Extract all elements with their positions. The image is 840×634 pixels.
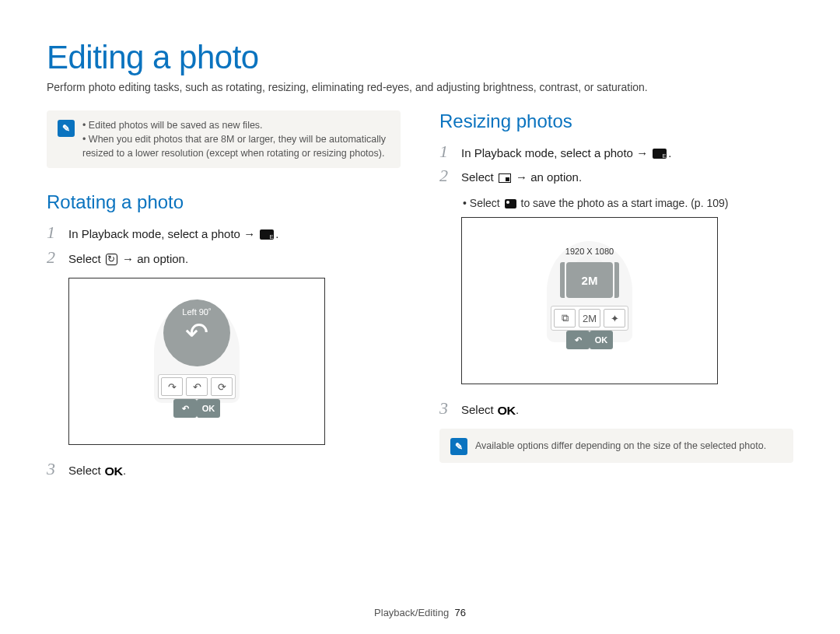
step-text: Select → an option.: [461, 170, 582, 185]
note-list: Edited photos will be saved as new files…: [82, 118, 390, 160]
rotate-steps: 1 In Playback mode, select a photo → . 2…: [47, 224, 401, 267]
intro-text: Perform photo editing tasks, such as rot…: [47, 81, 793, 93]
step-number: 2: [439, 167, 453, 184]
note-item: When you edit photos that are 8M or larg…: [82, 132, 390, 160]
step-text-part: Select: [461, 170, 494, 184]
ok-glyph: OK: [497, 404, 515, 419]
rotate-screen: Left 90˚ ↶ ↷ ↶ ⟳ ↶ OK: [68, 278, 325, 445]
ok-button[interactable]: OK: [197, 399, 220, 418]
step-number: 3: [439, 400, 453, 417]
resize-steps-cont: 3 Select OK.: [439, 400, 793, 419]
rotate-left-button[interactable]: ↶: [186, 377, 208, 396]
section-heading-rotate: Rotating a photo: [47, 191, 401, 213]
step-text-part: .: [668, 146, 671, 159]
left-column: Edited photos will be saved as new files…: [47, 110, 401, 490]
resize-toolbar: ⧉ 2M ✦: [551, 306, 628, 331]
page-title: Editing a photo: [47, 39, 793, 76]
rotate-toolbar: ↷ ↶ ⟳: [158, 374, 236, 399]
step-number: 2: [47, 249, 61, 266]
section-heading-resize: Resizing photos: [439, 110, 793, 132]
rotate-icon: [106, 254, 117, 265]
footer-page: 76: [454, 607, 465, 618]
rotate-steps-cont: 3 Select OK.: [47, 461, 401, 479]
step-text: In Playback mode, select a photo → .: [461, 145, 671, 161]
step-text-part: → an option.: [122, 252, 188, 265]
rotate-right-button[interactable]: ↷: [161, 377, 183, 396]
edit-icon: [653, 149, 667, 159]
dimension-label: 1920 X 1080: [565, 247, 614, 256]
sub-text: to save the photo as a start image. (p. …: [521, 197, 729, 209]
note-item: Edited photos will be saved as new files…: [82, 118, 390, 132]
note-text: When you edit photos that are 8M or larg…: [82, 134, 386, 159]
rotate-label: Left 90˚: [182, 307, 211, 317]
step-text-part: .: [275, 227, 278, 240]
step-text: Select → an option.: [68, 251, 188, 267]
step-text: Select OK.: [461, 402, 519, 419]
note-icon: [450, 438, 467, 455]
step-number: 1: [439, 143, 453, 160]
ok-glyph: OK: [104, 464, 122, 479]
bottom-note-box: Available options differ depending on th…: [439, 429, 793, 463]
top-note-box: Edited photos will be saved as new files…: [47, 110, 401, 168]
step-text: Select OK.: [68, 463, 126, 479]
ok-button[interactable]: OK: [590, 331, 613, 349]
size-option-button[interactable]: ⧉: [554, 309, 576, 328]
step-text-part: In Playback mode, select a photo →: [461, 146, 648, 159]
start-image-icon: [505, 199, 516, 208]
resize-badge: 2M: [566, 262, 613, 298]
sub-text: Select: [470, 197, 500, 209]
back-button[interactable]: ↶: [173, 399, 197, 418]
resize-screen: 1920 X 1080 2M ⧉ 2M ✦ ↶ OK: [461, 217, 718, 384]
step-text-part: .: [123, 464, 126, 477]
edit-icon: [260, 229, 274, 240]
rotate-180-button[interactable]: ⟳: [211, 377, 233, 396]
step-text-part: Select: [461, 403, 494, 416]
resize-steps: 1 In Playback mode, select a photo → . 2…: [439, 143, 793, 186]
sub-bullet: Select to save the photo as a start imag…: [463, 197, 793, 209]
step-text-part: In Playback mode, select a photo →: [68, 227, 255, 240]
back-button[interactable]: ↶: [566, 331, 590, 349]
step-number: 1: [47, 224, 61, 241]
right-column: Resizing photos 1 In Playback mode, sele…: [439, 110, 793, 490]
footer-section: Playback/Editing: [374, 607, 449, 618]
step-text: In Playback mode, select a photo → .: [68, 226, 278, 242]
resize-icon: [499, 173, 511, 183]
note-icon: [58, 120, 75, 137]
rotate-preview: Left 90˚ ↶: [163, 299, 230, 366]
step-text-part: Select: [68, 464, 101, 477]
step-text-part: .: [516, 403, 519, 416]
step-text-part: Select: [68, 252, 101, 265]
rotate-arrow-icon: ↶: [185, 317, 208, 349]
size-option-button[interactable]: 2M: [579, 309, 600, 328]
start-image-button[interactable]: ✦: [604, 309, 625, 328]
note-text: Available options differ depending on th…: [475, 436, 766, 455]
page-footer: Playback/Editing 76: [0, 607, 840, 618]
step-text-part: → an option.: [516, 170, 582, 184]
step-number: 3: [47, 461, 61, 478]
